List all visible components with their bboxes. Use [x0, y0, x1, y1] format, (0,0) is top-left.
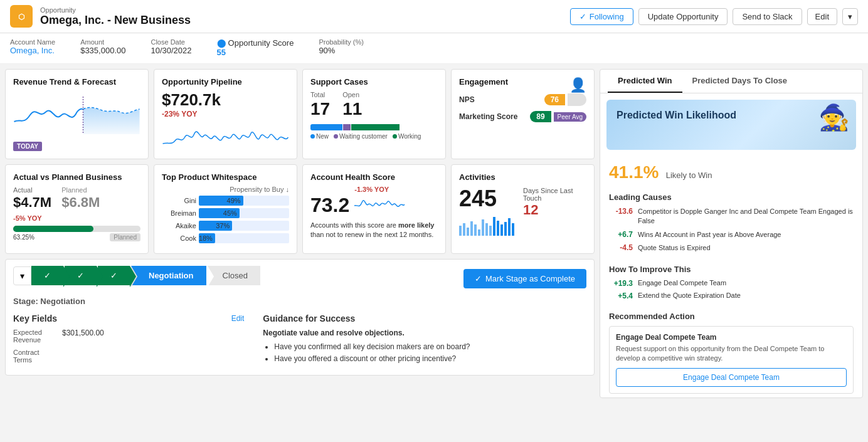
- bar-waiting: [343, 124, 351, 130]
- pipeline-amount: $720.7k: [162, 90, 289, 110]
- pipeline-title: Opportunity Pipeline: [162, 77, 289, 87]
- improve-section: How To Improve This +19.3 Engage Deal Co…: [600, 261, 862, 308]
- actual-label: Actual: [13, 186, 33, 194]
- planned-label: Planned: [61, 186, 87, 194]
- guidance-section: Guidance for Success Negotiate value and…: [263, 313, 586, 369]
- propensity-label: Propensity to Buy ↓: [162, 186, 289, 193]
- svg-rect-12: [493, 217, 495, 236]
- whitespace-card: Top Product Whitespace Propensity to Buy…: [154, 164, 297, 254]
- improve-text: Engage Deal Compete Team: [638, 279, 854, 287]
- product-bar-fill: 49%: [199, 196, 243, 206]
- product-pct: 18%: [199, 234, 213, 242]
- actual-planned-values: Actual $4.7M Planned $6.8M: [13, 186, 140, 211]
- header-subtitle: Opportunity: [40, 6, 191, 14]
- open-value: 11: [342, 99, 362, 119]
- cause-value: -13.6: [609, 207, 633, 216]
- planned-block: Planned $6.8M: [61, 186, 100, 211]
- likelihood-pct: 41.1%: [609, 162, 659, 182]
- svg-rect-16: [508, 218, 511, 236]
- dropdown-button[interactable]: ▾: [842, 8, 858, 25]
- new-dot: [310, 134, 315, 139]
- recommended-action-desc: Request support on this opportunity from…: [616, 344, 847, 364]
- bottom-card-grid: Actual vs Planned Business Actual $4.7M …: [5, 164, 595, 254]
- stage-label: Stage: Negotiation: [13, 297, 586, 306]
- opp-score-dot: ⬤: [217, 38, 226, 48]
- engage-button[interactable]: Engage Deal Compete Team: [616, 368, 847, 387]
- svg-rect-10: [485, 223, 488, 236]
- engagement-title: Engagement: [459, 77, 508, 87]
- activities-count-block: 245: [459, 186, 516, 238]
- svg-rect-9: [482, 219, 484, 236]
- tab-predicted-days[interactable]: Predicted Days To Close: [682, 70, 797, 93]
- svg-rect-15: [504, 222, 507, 236]
- probability-label: Probability (%): [319, 38, 364, 46]
- stage-toggle-button[interactable]: ▾: [13, 266, 31, 285]
- amount-value: $335,000.00: [80, 46, 125, 55]
- guidance-bold: Negotiate value and resolve objections.: [263, 329, 586, 337]
- stage-bar: ▾ ✓ ✓ ✓ Negotiation Closed: [13, 266, 260, 285]
- product-name: Breiman: [162, 209, 196, 217]
- close-date-field: Close Date 10/30/2022: [151, 38, 191, 57]
- marketing-value: 89: [530, 111, 551, 122]
- expected-revenue-value: $301,500.00: [62, 329, 104, 344]
- cases-row: Total 17 Open 11: [310, 90, 438, 119]
- header-left: ⬡ Opportunity Omega, Inc. - New Business: [10, 5, 191, 28]
- product-list: Gini 49% Breiman 45% Akaike 37% Cook 18%: [162, 196, 289, 243]
- marketing-bar: 89 Peer Avg: [530, 111, 586, 122]
- contract-terms-label: Contract Terms: [13, 349, 57, 364]
- predicted-win-title: Predicted Win Likelihood: [617, 110, 846, 121]
- open-label: Open: [342, 91, 359, 98]
- product-bar: 49%: [199, 196, 289, 206]
- recommended-title: Recommended Action: [609, 312, 854, 321]
- svg-rect-17: [512, 223, 514, 236]
- right-panel: Predicted Win Predicted Days To Close Pr…: [600, 69, 863, 398]
- probability-field: Probability (%) 90%: [319, 38, 364, 57]
- update-opportunity-button[interactable]: Update Opportunity: [638, 8, 728, 25]
- product-bar: 45%: [199, 208, 289, 218]
- key-fields-section: Key Fields Edit Expected Revenue $301,50…: [13, 313, 244, 369]
- check-1: ✓: [44, 271, 51, 280]
- causes-section: Leading Causes -13.6 Competitor is Doppl…: [600, 189, 862, 261]
- days-since-block: Days Since Last Touch 12: [523, 186, 586, 218]
- waiting-dot: [334, 134, 338, 139]
- product-name: Cook: [162, 234, 196, 242]
- nps-label: NPS: [459, 95, 475, 104]
- tab-predicted-win[interactable]: Predicted Win: [608, 70, 682, 93]
- total-value: 17: [310, 99, 330, 119]
- edit-button[interactable]: Edit: [807, 8, 837, 25]
- improve-value: +19.3: [609, 279, 633, 288]
- svg-rect-3: [459, 226, 462, 236]
- health-title: Account Health Score: [310, 172, 438, 182]
- recommended-box: Engage Deal Compete Team Request support…: [609, 326, 854, 394]
- predicted-win-header: Predicted Win Likelihood 🧙: [606, 100, 856, 150]
- improve-list: +19.3 Engage Deal Compete Team +5.4 Exte…: [609, 279, 854, 300]
- activities-title: Activities: [459, 172, 586, 182]
- send-to-slack-button[interactable]: Send to Slack: [733, 8, 802, 25]
- marketing-row: Marketing Score 89 Peer Avg: [459, 111, 586, 122]
- following-button[interactable]: ✓ Following: [570, 8, 633, 25]
- svg-rect-7: [474, 224, 477, 236]
- account-name-link[interactable]: Omega, Inc.: [10, 46, 55, 55]
- probability-value: 90%: [319, 46, 335, 55]
- stage-active: Negotiation: [131, 266, 206, 285]
- causes-title: Leading Causes: [609, 192, 854, 202]
- actual-value: $4.7M: [13, 194, 51, 211]
- mark-stage-button[interactable]: ✓ Mark Stage as Complete: [463, 269, 586, 288]
- svg-rect-6: [470, 221, 473, 236]
- key-fields-edit-link[interactable]: Edit: [231, 314, 245, 323]
- check-icon: ✓: [580, 12, 586, 21]
- progress-track: [13, 226, 140, 232]
- activities-chart: [459, 212, 516, 236]
- nps-value: 76: [544, 94, 565, 105]
- working-legend: Working: [393, 133, 421, 140]
- product-name: Akaike: [162, 222, 196, 229]
- check-icon-mark: ✓: [475, 274, 482, 283]
- main-content: Revenue Trend & Forecast: [0, 64, 868, 403]
- bar-new: [310, 124, 342, 130]
- nps-row: NPS 76: [459, 93, 586, 106]
- opp-score-label: ⬤ Opportunity Score: [217, 38, 294, 48]
- product-bar: 18%: [199, 233, 289, 243]
- marketing-label: Marketing Score: [459, 112, 517, 121]
- engagement-card: Engagement 👤 NPS 76 Marketing Score 89 P…: [451, 69, 595, 159]
- guidance-title: Guidance for Success: [263, 313, 586, 324]
